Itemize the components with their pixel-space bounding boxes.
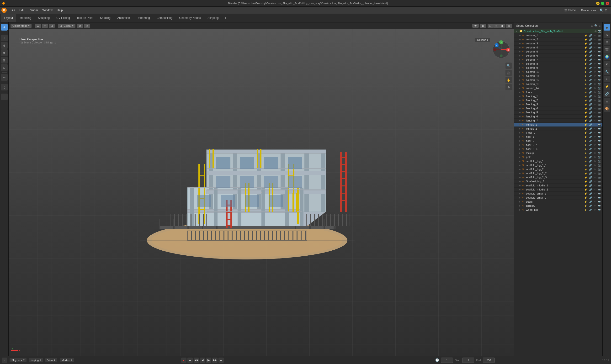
item-link-icon[interactable]: 🔗 xyxy=(589,200,592,203)
item-render-icon[interactable]: 📷 xyxy=(598,107,601,110)
rendered-shading[interactable]: ◉ xyxy=(506,24,512,28)
move-tool[interactable]: ⊕ xyxy=(1,42,8,49)
item-restrict-icon[interactable]: ⚡ xyxy=(584,119,587,122)
tab-scripting[interactable]: Scripting xyxy=(204,14,222,22)
outliner-item[interactable]: ▶ ▽ scaffold_big_1 ⚡ 🔗 👁 📷 xyxy=(514,159,602,163)
item-visibility-icon[interactable]: 👁 xyxy=(594,87,596,90)
zoom-viewport-btn[interactable]: ⊕ xyxy=(506,84,512,90)
item-restrict-icon[interactable]: ⚡ xyxy=(584,91,587,93)
item-render-icon[interactable]: 📷 xyxy=(598,50,601,53)
item-link-icon[interactable]: 🔗 xyxy=(589,99,592,102)
blender-logo[interactable]: B xyxy=(1,8,7,13)
item-render-icon[interactable]: 📷 xyxy=(598,136,601,138)
item-visibility-icon[interactable]: 👁 xyxy=(594,180,596,183)
item-render-icon[interactable]: 📷 xyxy=(598,180,601,183)
item-restrict-icon[interactable]: ⚡ xyxy=(584,111,587,114)
item-restrict-icon[interactable]: ⚡ xyxy=(584,75,587,77)
wireframe-shading[interactable]: □ xyxy=(488,24,493,28)
outliner-item[interactable]: ▶ ▽ colomn_4 ⚡ 🔗 👁 📷 xyxy=(514,46,602,50)
outliner-funnel-icon[interactable]: ≡ xyxy=(599,24,600,27)
viewport-select-icon[interactable]: ☰ xyxy=(35,24,41,28)
item-visibility-icon[interactable]: 👁 xyxy=(594,152,596,155)
snap-toggle[interactable]: ⊙ xyxy=(77,24,83,28)
item-link-icon[interactable]: 🔗 xyxy=(589,119,592,122)
item-link-icon[interactable]: 🔗 xyxy=(589,184,592,187)
item-render-icon[interactable]: 📷 xyxy=(598,140,601,142)
item-restrict-icon[interactable]: ⚡ xyxy=(584,83,587,85)
outliner-item[interactable]: ▶ ▽ lockup ⚡ 🔗 👁 📷 xyxy=(514,151,602,155)
item-restrict-icon[interactable]: ⚡ xyxy=(584,95,587,98)
settings-icon[interactable]: ⚙ xyxy=(605,8,608,12)
outliner-item[interactable]: ▶ ▽ colomn_7 ⚡ 🔗 👁 📷 xyxy=(514,58,602,62)
item-render-icon[interactable]: 📷 xyxy=(598,192,601,195)
outliner-item[interactable]: ▶ ▽ fencing_6 ⚡ 🔗 👁 📷 xyxy=(514,115,602,119)
item-visibility-icon[interactable]: 👁 xyxy=(594,131,596,134)
item-visibility-icon[interactable]: 👁 xyxy=(594,111,596,114)
item-link-icon[interactable]: 🔗 xyxy=(589,136,592,138)
item-render-icon[interactable]: 📷 xyxy=(598,156,601,158)
render-layer-selector[interactable]: RenderLayer xyxy=(579,8,598,12)
overlay-toggle[interactable]: 👁 xyxy=(472,24,479,28)
item-render-icon[interactable]: 📷 xyxy=(598,38,601,41)
start-frame-input[interactable] xyxy=(462,358,474,363)
item-link-icon[interactable]: 🔗 xyxy=(589,50,592,53)
add-workspace-button[interactable]: + xyxy=(222,14,229,22)
item-render-icon[interactable]: 📷 xyxy=(598,123,601,126)
item-restrict-icon[interactable]: ⚡ xyxy=(584,50,587,53)
outliner-item[interactable]: ▶ ▽ floor_1 ⚡ 🔗 👁 📷 xyxy=(514,135,602,139)
item-link-icon[interactable]: 🔗 xyxy=(589,131,592,134)
item-restrict-icon[interactable]: ⚡ xyxy=(584,63,587,65)
outliner-item[interactable]: ▶ ▽ colomn_6 ⚡ 🔗 👁 📷 xyxy=(514,54,602,58)
item-render-icon[interactable]: 📷 xyxy=(598,83,601,85)
item-link-icon[interactable]: 🔗 xyxy=(589,54,592,57)
item-link-icon[interactable]: 🔗 xyxy=(589,115,592,118)
transform-tool[interactable]: ⊙ xyxy=(1,64,8,71)
prop-output-icon[interactable]: 🖨 xyxy=(604,31,610,38)
outliner-item[interactable]: ▶ ▽ scaffold_big_1_1 ⚡ 🔗 👁 📷 xyxy=(514,163,602,167)
item-render-icon[interactable]: 📷 xyxy=(598,42,601,45)
prop-scene-icon[interactable]: 🎬 xyxy=(604,46,610,53)
item-link-icon[interactable]: 🔗 xyxy=(589,172,592,175)
item-render-icon[interactable]: 📷 xyxy=(598,91,601,93)
item-visibility-icon[interactable]: 👁 xyxy=(594,140,596,142)
outliner-item[interactable]: ▶ ▽ colomn_3 ⚡ 🔗 👁 📷 xyxy=(514,41,602,46)
scene-collection-root[interactable]: ▼ 📁 Construction_Site_with_Scaffold 👁 📷 xyxy=(514,29,602,33)
item-visibility-icon[interactable]: 👁 xyxy=(594,46,596,49)
render-icon[interactable]: 📷 xyxy=(598,30,601,33)
item-visibility-icon[interactable]: 👁 xyxy=(594,192,596,195)
outliner-item[interactable]: ▶ ▽ colomn_5 ⚡ 🔗 👁 📷 xyxy=(514,50,602,54)
tab-layout[interactable]: Layout xyxy=(1,14,16,22)
item-visibility-icon[interactable]: 👁 xyxy=(594,123,596,126)
item-visibility-icon[interactable]: 👁 xyxy=(594,119,596,122)
item-link-icon[interactable]: 🔗 xyxy=(589,111,592,114)
item-link-icon[interactable]: 🔗 xyxy=(589,168,592,171)
prop-view-layer-icon[interactable]: ⊞ xyxy=(604,39,610,45)
outliner-item[interactable]: ▶ ▽ colunn_14 ⚡ 🔗 👁 📷 xyxy=(514,86,602,90)
tab-sculpting[interactable]: Sculpting xyxy=(35,14,53,22)
menu-window[interactable]: Window xyxy=(40,8,54,13)
item-restrict-icon[interactable]: ⚡ xyxy=(584,209,587,211)
outliner-item[interactable]: ▶ ▽ territory ⚡ 🔗 👁 📷 xyxy=(514,204,602,208)
outliner-item[interactable]: ▶ ▽ scaffold_big_2_2 ⚡ 🔗 👁 📷 xyxy=(514,171,602,175)
item-render-icon[interactable]: 📷 xyxy=(598,176,601,179)
item-visibility-icon[interactable]: 👁 xyxy=(594,95,596,98)
item-link-icon[interactable]: 🔗 xyxy=(589,123,592,126)
outliner-item[interactable]: ▶ ▽ colomn_12 ⚡ 🔗 👁 📷 xyxy=(514,78,602,82)
item-link-icon[interactable]: 🔗 xyxy=(589,91,592,93)
item-visibility-icon[interactable]: 👁 xyxy=(594,79,596,81)
item-restrict-icon[interactable]: ⚡ xyxy=(584,46,587,49)
outliner-item[interactable]: ▶ ▽ fencing_3 ⚡ 🔗 👁 📷 xyxy=(514,102,602,106)
outliner-item[interactable]: ▶ ▽ colomn_8 ⚡ 🔗 👁 📷 xyxy=(514,62,602,66)
item-link-icon[interactable]: 🔗 xyxy=(589,140,592,142)
outliner-item[interactable]: ▶ ▽ wood_big ⚡ 🔗 👁 📷 xyxy=(514,208,602,212)
item-link-icon[interactable]: 🔗 xyxy=(589,180,592,183)
prop-modifier-icon[interactable]: 🔧 xyxy=(604,68,610,75)
item-render-icon[interactable]: 📷 xyxy=(598,188,601,191)
item-restrict-icon[interactable]: ⚡ xyxy=(584,54,587,57)
outliner-item[interactable]: ▶ ▽ scaffold_big_2 ⚡ 🔗 👁 📷 xyxy=(514,167,602,171)
item-link-icon[interactable]: 🔗 xyxy=(589,42,592,45)
item-restrict-icon[interactable]: ⚡ xyxy=(584,205,587,207)
item-render-icon[interactable]: 📷 xyxy=(598,128,601,130)
item-render-icon[interactable]: 📷 xyxy=(598,164,601,167)
item-visibility-icon[interactable]: 👁 xyxy=(594,148,596,150)
